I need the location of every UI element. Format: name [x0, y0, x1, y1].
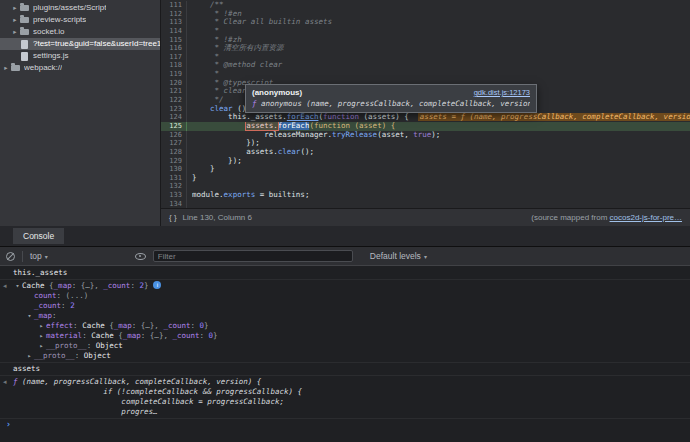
line-content[interactable]: releaseManager.tryRelease(asset, true); [192, 131, 690, 140]
line-content[interactable]: * [192, 70, 690, 79]
console-token: _count [172, 331, 199, 340]
line-number[interactable]: 123 [161, 105, 187, 114]
code-line: 129 }); [161, 157, 690, 166]
file-tree-item[interactable]: ?test=true&guid=false&userId=tree1 [0, 38, 160, 50]
line-number[interactable]: 118 [161, 61, 187, 70]
line-content[interactable]: assets.clear(); [192, 148, 690, 157]
chevron-right-icon[interactable]: ▸ [2, 62, 10, 74]
line-number[interactable]: 134 [161, 200, 187, 208]
file-tree-item-label: settings.js [33, 50, 69, 62]
line-number[interactable]: 133 [161, 191, 187, 200]
console-prompt[interactable]: › [0, 419, 690, 430]
chevron-right-icon[interactable]: ▸ [37, 321, 46, 331]
chevron-down-icon[interactable]: ▾ [13, 281, 22, 291]
tab-console[interactable]: Console [13, 228, 64, 244]
line-content[interactable] [192, 200, 690, 208]
line-content[interactable]: * [192, 27, 690, 36]
file-tree-item-label: plugins/assets/Script [33, 2, 106, 14]
line-content[interactable]: assets.forEach(function (asset) { [192, 122, 690, 131]
chevron-right-icon[interactable]: ▸ [37, 331, 46, 341]
file-tree-item[interactable]: ▸webpack:// [0, 62, 160, 74]
code-token: * 清空所有内置资源 [192, 44, 284, 52]
chevron-right-icon[interactable]: ▸ [11, 2, 19, 14]
filter-input[interactable] [153, 250, 353, 262]
console-token: : [75, 351, 84, 360]
log-levels-selector[interactable]: Default levels ▾ [370, 251, 427, 261]
chevron-right-icon[interactable]: ▸ [37, 341, 46, 351]
line-number[interactable]: 115 [161, 36, 187, 45]
source-map-prefix: (source mapped from [531, 213, 609, 222]
chevron-right-icon[interactable]: ▸ [11, 14, 19, 26]
code-token: * !#zh [192, 36, 242, 44]
code-token: releaseManager. [192, 131, 332, 139]
line-number[interactable]: 116 [161, 44, 187, 53]
console-token: : [87, 341, 96, 350]
file-tree-item[interactable]: ▸preview-scripts [0, 14, 160, 26]
popover-header: (anonymous) gdk.dist.js:12173 [252, 88, 530, 97]
line-number[interactable]: 128 [161, 148, 187, 157]
console-token: assets [13, 364, 40, 373]
code-token: * [192, 27, 219, 35]
line-number[interactable]: 122 [161, 96, 187, 105]
chevron-right-icon[interactable]: ▸ [25, 351, 34, 361]
line-number[interactable]: 112 [161, 10, 187, 19]
cursor-position: Line 130, Column 6 [183, 213, 252, 222]
line-number[interactable]: 125 [161, 122, 187, 131]
line-content[interactable]: module.exports = builtins; [192, 191, 690, 200]
line-content[interactable]: * [192, 53, 690, 62]
code-token: (); [300, 148, 314, 156]
line-content[interactable]: } [192, 165, 690, 174]
line-content[interactable]: * 清空所有内置资源 [192, 44, 690, 53]
console-message: assets [0, 363, 690, 376]
line-number[interactable]: 126 [161, 131, 187, 140]
line-content[interactable]: }); [192, 157, 690, 166]
line-content[interactable]: /** [192, 1, 690, 10]
line-content[interactable]: * !#en [192, 10, 690, 19]
console-token: : [200, 331, 209, 340]
line-content[interactable]: * !#zh [192, 36, 690, 45]
code-token [409, 113, 418, 121]
line-content[interactable]: } [192, 174, 690, 183]
line-content[interactable]: * Clear all builtin assets [192, 18, 690, 27]
line-number[interactable]: 120 [161, 79, 187, 88]
source-map-file-link[interactable]: cocos2d-js-for-pre… [610, 213, 682, 222]
context-selector[interactable]: top ▾ [30, 251, 48, 261]
chevron-right-icon[interactable]: ▸ [11, 26, 19, 38]
line-number[interactable]: 131 [161, 174, 187, 183]
line-number[interactable]: 113 [161, 18, 187, 27]
line-content[interactable] [192, 182, 690, 191]
line-number[interactable]: 132 [161, 182, 187, 191]
line-content[interactable]: this._assets.forEach(function (assets) {… [192, 113, 690, 122]
line-number[interactable]: 130 [161, 165, 187, 174]
console-object-row: completeCallback = progressCallback; [0, 397, 690, 407]
line-number[interactable]: 127 [161, 139, 187, 148]
code-token [192, 105, 210, 113]
code-token: * @method clear [192, 61, 282, 69]
file-icon [21, 40, 28, 49]
clear-console-icon[interactable] [6, 252, 15, 261]
chevron-down-icon: ▾ [424, 253, 427, 260]
line-content[interactable]: * @method clear [192, 61, 690, 70]
line-number[interactable]: 119 [161, 70, 187, 79]
context-label: top [30, 251, 42, 261]
line-content[interactable]: }); [192, 139, 690, 148]
chevron-down-icon[interactable]: ▾ [25, 311, 34, 321]
code-token: forEach [287, 113, 319, 121]
line-number[interactable]: 111 [161, 1, 187, 10]
line-number[interactable]: 117 [161, 53, 187, 62]
file-tree-item[interactable]: ▸plugins/assets/Script [0, 2, 160, 14]
line-number[interactable]: 129 [161, 157, 187, 166]
code-line: 128 assets.clear(); [161, 148, 690, 157]
popover-source-link[interactable]: gdk.dist.js:12173 [474, 88, 530, 97]
console-token: 2 [70, 301, 75, 310]
popover-function-name: (anonymous) [252, 88, 302, 97]
line-number[interactable]: 121 [161, 87, 187, 96]
line-number[interactable]: 124 [161, 113, 187, 122]
line-number[interactable]: 114 [161, 27, 187, 36]
pretty-print-button[interactable]: { } [169, 213, 177, 222]
file-tree-item[interactable]: settings.js [0, 50, 160, 62]
code-line: 117 * [161, 53, 690, 62]
live-expression-icon[interactable] [135, 253, 146, 260]
editor-status-bar: { } Line 130, Column 6 (source mapped fr… [161, 208, 690, 226]
file-tree-item[interactable]: ▸socket.io [0, 26, 160, 38]
